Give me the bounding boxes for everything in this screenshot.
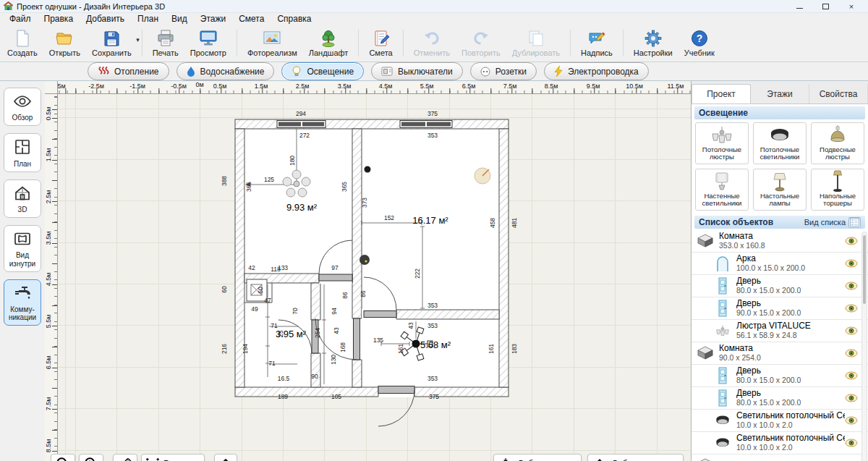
toolbar-button[interactable]: ? Учебник [678, 25, 720, 62]
lighting-category-card[interactable]: Подвесные люстры [811, 122, 864, 164]
toolbar-button[interactable] [358, 30, 359, 56]
toolbar-button[interactable]: Создать [1, 25, 43, 62]
menu-item[interactable]: Вид [165, 13, 194, 25]
lighting-category-card[interactable]: Потолочные люстры [695, 122, 749, 164]
list-scrollbar[interactable] [861, 232, 867, 461]
add-roof-button[interactable]: Добавить крышу [587, 454, 684, 461]
visibility-eye-icon[interactable] [845, 349, 858, 358]
dimensions-toggle-button[interactable]: Размеры [141, 454, 205, 461]
object-list-item[interactable]: Дверь 80.0 x 15.0 x 200.0 [692, 387, 868, 410]
toolbar-button[interactable]: Настройки [628, 25, 678, 62]
mode-tab[interactable]: Выключатели [371, 62, 463, 80]
svg-text:375: 375 [429, 393, 439, 400]
toolbar-button[interactable]: Отменить [408, 25, 456, 62]
right-panel-tab[interactable]: Этажи [751, 84, 809, 103]
ceiling-light-cerchi-1[interactable] [365, 166, 371, 173]
minimize-button[interactable] [786, 0, 812, 12]
lighting-category-card[interactable]: Потолочные светильники [753, 122, 807, 164]
visibility-eye-icon[interactable] [845, 371, 858, 380]
toolbar-button[interactable]: Ландшафт [303, 25, 354, 62]
mode-tab[interactable]: Водоснабжение [176, 62, 275, 80]
object-list-item[interactable]: Комната [692, 454, 868, 461]
object-list-item[interactable]: Арка 100.0 x 15.0 x 200.0 [692, 253, 868, 275]
ruler-label: 1.5м [45, 146, 52, 164]
sidebar-view-button[interactable]: Вид изнутри [4, 225, 41, 272]
plan-canvas[interactable]: 5м-2.5м-1.5м-0.5м0м0.5м1.5м2.5м3.5м4.5м5… [45, 81, 691, 461]
lighting-category-card[interactable]: Настольные лампы [753, 169, 807, 211]
toolbar-button[interactable]: Открыть [43, 25, 86, 62]
menu-item[interactable]: Этажи [194, 13, 232, 25]
paper-lantern-light[interactable] [475, 168, 490, 184]
toolbar-button[interactable] [623, 30, 624, 56]
visibility-eye-icon[interactable] [845, 259, 858, 268]
ruler-label: 0.5м [213, 83, 227, 90]
object-list-item[interactable]: Дверь 90.0 x 15.0 x 200.0 [692, 297, 868, 320]
list-view-icon[interactable] [848, 217, 861, 228]
mode-tab[interactable]: Розетки [470, 62, 537, 80]
sidebar-view-button[interactable]: План [4, 133, 41, 172]
window-top-left[interactable] [277, 121, 326, 128]
mode-tab[interactable]: Освещение [281, 62, 364, 80]
toolbar-button[interactable]: Печать [147, 25, 184, 62]
maximize-button[interactable] [812, 0, 838, 12]
toolbar-button[interactable]: Смета [363, 25, 398, 62]
mode-tab[interactable]: Отопление [88, 62, 169, 80]
toolbar-button[interactable]: Дублировать [506, 25, 566, 62]
door-icon [713, 300, 732, 317]
svg-text:16.5: 16.5 [278, 375, 290, 382]
zoom-in-button[interactable] [79, 454, 103, 461]
toolbar-button[interactable]: Фотореализм [242, 25, 303, 62]
visibility-eye-icon[interactable] [845, 237, 858, 245]
toolbar-button[interactable]: Сохранить [86, 25, 137, 62]
visibility-eye-icon[interactable] [845, 282, 858, 290]
svg-text:353: 353 [427, 302, 438, 309]
menu-item[interactable]: План [131, 13, 165, 25]
right-panel-tab[interactable]: Проект [692, 84, 751, 103]
visibility-eye-icon[interactable] [845, 439, 858, 447]
toolbar-button[interactable] [237, 30, 237, 56]
close-button[interactable]: × [838, 0, 864, 12]
toolbar-button[interactable]: Просмотр [184, 25, 232, 62]
scrollbar-thumb[interactable] [863, 235, 866, 304]
object-list-item[interactable]: Дверь 80.0 x 15.0 x 200.0 [692, 365, 868, 387]
toolbar-button[interactable]: Повторить [456, 25, 506, 62]
object-list-item[interactable]: Люстра VITALUCE 56.1 x 58.9 x 24.8 [692, 320, 868, 342]
toolbar-button[interactable] [570, 30, 571, 56]
home-view-button[interactable] [214, 454, 237, 461]
ruler-label: 4.5м [379, 83, 393, 90]
lighting-category-card[interactable]: Напольные торшеры [811, 169, 864, 211]
visibility-eye-icon[interactable] [845, 326, 858, 335]
toolbar-button[interactable]: Надпись [575, 25, 618, 62]
visibility-eye-icon[interactable] [845, 416, 858, 425]
floor-plan[interactable]: 2942721801253653654213397388602163753533… [58, 94, 691, 461]
measure-tool-button[interactable] [113, 454, 137, 461]
toolbar-button[interactable] [403, 30, 404, 56]
object-list-item[interactable]: Комната 90.0 x 254.0 [692, 342, 868, 365]
mode-tab[interactable]: Электропроводка [544, 62, 649, 80]
menu-item[interactable]: Справка [271, 13, 318, 25]
visibility-eye-icon[interactable] [845, 394, 858, 402]
zoom-out-button[interactable] [51, 454, 75, 461]
object-list-item[interactable]: Дверь 80.0 x 15.0 x 200.0 [692, 275, 868, 297]
menu-item[interactable]: Смета [232, 13, 271, 25]
ceiling-icon [767, 124, 793, 146]
toolbar-button[interactable] [142, 30, 142, 56]
menu-item[interactable]: Правка [38, 13, 80, 25]
menu-item[interactable]: Файл [3, 13, 38, 25]
object-list-item[interactable]: Светильник потолочный Cerchi 10.0 x 10.0… [692, 410, 868, 432]
add-floor-button[interactable]: Добавить этаж [493, 454, 582, 461]
sidebar-view-button[interactable]: Обзор [4, 88, 41, 126]
svg-text:135: 135 [373, 337, 383, 344]
object-list-item[interactable]: Светильник потолочный Cerchi 10.0 x 10.0… [692, 432, 868, 454]
right-panel-tab[interactable]: Свойства [809, 84, 868, 103]
sidebar-view-button[interactable]: 3D [4, 179, 41, 218]
lighting-category-card[interactable]: Настенные светильники [695, 169, 749, 211]
menu-item[interactable]: Добавить [80, 13, 131, 25]
object-list-item[interactable]: Комната 353.0 x 160.8 [692, 230, 868, 253]
window-top-right[interactable] [400, 121, 452, 128]
ruler-label: -1.5м [129, 83, 145, 90]
ceiling-light-cerchi-2[interactable] [359, 255, 370, 265]
sidebar-view-button[interactable]: Комму- никации [4, 279, 41, 326]
chandelier-icon [709, 124, 735, 146]
visibility-eye-icon[interactable] [845, 304, 858, 313]
